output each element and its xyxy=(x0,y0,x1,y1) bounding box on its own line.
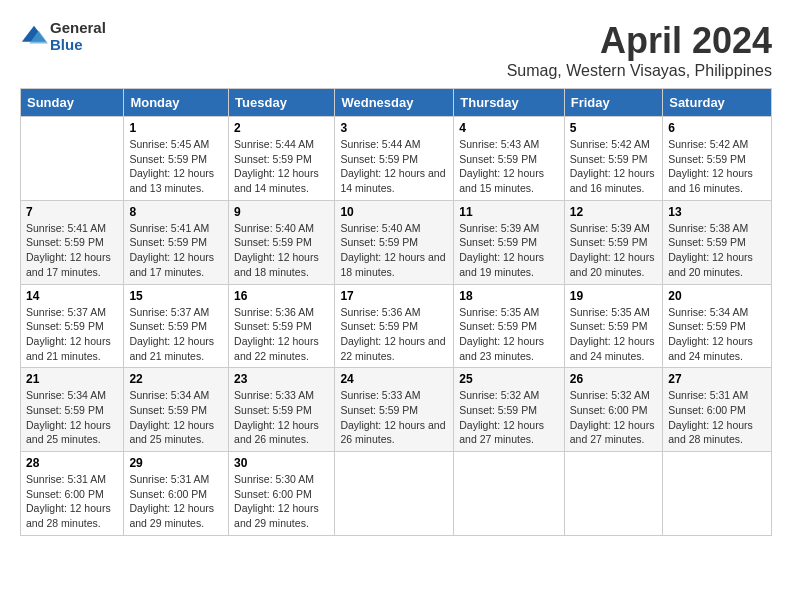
table-cell: 18Sunrise: 5:35 AMSunset: 5:59 PMDayligh… xyxy=(454,284,565,368)
table-cell xyxy=(454,452,565,536)
day-info: Sunrise: 5:31 AMSunset: 6:00 PMDaylight:… xyxy=(26,473,111,529)
col-saturday: Saturday xyxy=(663,89,772,117)
day-info: Sunrise: 5:32 AMSunset: 6:00 PMDaylight:… xyxy=(570,389,655,445)
day-number: 7 xyxy=(26,205,118,219)
day-info: Sunrise: 5:39 AMSunset: 5:59 PMDaylight:… xyxy=(570,222,655,278)
table-cell: 7Sunrise: 5:41 AMSunset: 5:59 PMDaylight… xyxy=(21,200,124,284)
table-cell: 25Sunrise: 5:32 AMSunset: 5:59 PMDayligh… xyxy=(454,368,565,452)
table-cell: 2Sunrise: 5:44 AMSunset: 5:59 PMDaylight… xyxy=(229,117,335,201)
day-number: 4 xyxy=(459,121,559,135)
day-number: 10 xyxy=(340,205,448,219)
table-cell: 29Sunrise: 5:31 AMSunset: 6:00 PMDayligh… xyxy=(124,452,229,536)
col-thursday: Thursday xyxy=(454,89,565,117)
day-number: 11 xyxy=(459,205,559,219)
table-cell: 24Sunrise: 5:33 AMSunset: 5:59 PMDayligh… xyxy=(335,368,454,452)
day-number: 12 xyxy=(570,205,657,219)
col-friday: Friday xyxy=(564,89,662,117)
day-number: 25 xyxy=(459,372,559,386)
day-info: Sunrise: 5:33 AMSunset: 5:59 PMDaylight:… xyxy=(234,389,319,445)
table-cell: 22Sunrise: 5:34 AMSunset: 5:59 PMDayligh… xyxy=(124,368,229,452)
day-number: 3 xyxy=(340,121,448,135)
table-cell xyxy=(663,452,772,536)
day-info: Sunrise: 5:45 AMSunset: 5:59 PMDaylight:… xyxy=(129,138,214,194)
day-number: 26 xyxy=(570,372,657,386)
week-row-5: 28Sunrise: 5:31 AMSunset: 6:00 PMDayligh… xyxy=(21,452,772,536)
day-info: Sunrise: 5:42 AMSunset: 5:59 PMDaylight:… xyxy=(570,138,655,194)
table-cell: 13Sunrise: 5:38 AMSunset: 5:59 PMDayligh… xyxy=(663,200,772,284)
calendar-table: Sunday Monday Tuesday Wednesday Thursday… xyxy=(20,88,772,536)
day-number: 16 xyxy=(234,289,329,303)
table-cell: 6Sunrise: 5:42 AMSunset: 5:59 PMDaylight… xyxy=(663,117,772,201)
day-info: Sunrise: 5:34 AMSunset: 5:59 PMDaylight:… xyxy=(26,389,111,445)
day-number: 9 xyxy=(234,205,329,219)
logo-general: General xyxy=(50,20,106,37)
day-info: Sunrise: 5:32 AMSunset: 5:59 PMDaylight:… xyxy=(459,389,544,445)
calendar-header-row: Sunday Monday Tuesday Wednesday Thursday… xyxy=(21,89,772,117)
table-cell: 17Sunrise: 5:36 AMSunset: 5:59 PMDayligh… xyxy=(335,284,454,368)
day-info: Sunrise: 5:40 AMSunset: 5:59 PMDaylight:… xyxy=(234,222,319,278)
title-area: April 2024 Sumag, Western Visayas, Phili… xyxy=(507,20,772,80)
table-cell: 14Sunrise: 5:37 AMSunset: 5:59 PMDayligh… xyxy=(21,284,124,368)
table-cell: 9Sunrise: 5:40 AMSunset: 5:59 PMDaylight… xyxy=(229,200,335,284)
table-cell: 16Sunrise: 5:36 AMSunset: 5:59 PMDayligh… xyxy=(229,284,335,368)
table-cell: 1Sunrise: 5:45 AMSunset: 5:59 PMDaylight… xyxy=(124,117,229,201)
day-number: 19 xyxy=(570,289,657,303)
table-cell: 19Sunrise: 5:35 AMSunset: 5:59 PMDayligh… xyxy=(564,284,662,368)
header: General Blue April 2024 Sumag, Western V… xyxy=(20,20,772,80)
day-number: 30 xyxy=(234,456,329,470)
day-info: Sunrise: 5:41 AMSunset: 5:59 PMDaylight:… xyxy=(129,222,214,278)
col-wednesday: Wednesday xyxy=(335,89,454,117)
week-row-1: 1Sunrise: 5:45 AMSunset: 5:59 PMDaylight… xyxy=(21,117,772,201)
day-info: Sunrise: 5:40 AMSunset: 5:59 PMDaylight:… xyxy=(340,222,445,278)
day-number: 17 xyxy=(340,289,448,303)
day-number: 27 xyxy=(668,372,766,386)
day-info: Sunrise: 5:43 AMSunset: 5:59 PMDaylight:… xyxy=(459,138,544,194)
week-row-3: 14Sunrise: 5:37 AMSunset: 5:59 PMDayligh… xyxy=(21,284,772,368)
day-info: Sunrise: 5:41 AMSunset: 5:59 PMDaylight:… xyxy=(26,222,111,278)
day-info: Sunrise: 5:35 AMSunset: 5:59 PMDaylight:… xyxy=(459,306,544,362)
day-info: Sunrise: 5:31 AMSunset: 6:00 PMDaylight:… xyxy=(668,389,753,445)
day-number: 6 xyxy=(668,121,766,135)
day-number: 8 xyxy=(129,205,223,219)
table-cell xyxy=(335,452,454,536)
day-info: Sunrise: 5:35 AMSunset: 5:59 PMDaylight:… xyxy=(570,306,655,362)
day-info: Sunrise: 5:37 AMSunset: 5:59 PMDaylight:… xyxy=(26,306,111,362)
table-cell: 15Sunrise: 5:37 AMSunset: 5:59 PMDayligh… xyxy=(124,284,229,368)
day-info: Sunrise: 5:44 AMSunset: 5:59 PMDaylight:… xyxy=(340,138,445,194)
table-cell xyxy=(564,452,662,536)
table-cell: 20Sunrise: 5:34 AMSunset: 5:59 PMDayligh… xyxy=(663,284,772,368)
day-number: 14 xyxy=(26,289,118,303)
day-number: 28 xyxy=(26,456,118,470)
day-number: 29 xyxy=(129,456,223,470)
day-number: 24 xyxy=(340,372,448,386)
day-info: Sunrise: 5:34 AMSunset: 5:59 PMDaylight:… xyxy=(129,389,214,445)
table-cell: 21Sunrise: 5:34 AMSunset: 5:59 PMDayligh… xyxy=(21,368,124,452)
day-number: 1 xyxy=(129,121,223,135)
day-info: Sunrise: 5:37 AMSunset: 5:59 PMDaylight:… xyxy=(129,306,214,362)
col-sunday: Sunday xyxy=(21,89,124,117)
table-cell: 12Sunrise: 5:39 AMSunset: 5:59 PMDayligh… xyxy=(564,200,662,284)
table-cell: 10Sunrise: 5:40 AMSunset: 5:59 PMDayligh… xyxy=(335,200,454,284)
logo: General Blue xyxy=(20,20,106,53)
day-number: 22 xyxy=(129,372,223,386)
table-cell: 28Sunrise: 5:31 AMSunset: 6:00 PMDayligh… xyxy=(21,452,124,536)
day-info: Sunrise: 5:39 AMSunset: 5:59 PMDaylight:… xyxy=(459,222,544,278)
table-cell: 5Sunrise: 5:42 AMSunset: 5:59 PMDaylight… xyxy=(564,117,662,201)
table-cell: 27Sunrise: 5:31 AMSunset: 6:00 PMDayligh… xyxy=(663,368,772,452)
day-number: 20 xyxy=(668,289,766,303)
day-number: 18 xyxy=(459,289,559,303)
day-number: 21 xyxy=(26,372,118,386)
day-number: 2 xyxy=(234,121,329,135)
logo-icon xyxy=(20,23,48,51)
day-number: 23 xyxy=(234,372,329,386)
day-info: Sunrise: 5:38 AMSunset: 5:59 PMDaylight:… xyxy=(668,222,753,278)
day-info: Sunrise: 5:30 AMSunset: 6:00 PMDaylight:… xyxy=(234,473,319,529)
table-cell xyxy=(21,117,124,201)
day-info: Sunrise: 5:34 AMSunset: 5:59 PMDaylight:… xyxy=(668,306,753,362)
table-cell: 23Sunrise: 5:33 AMSunset: 5:59 PMDayligh… xyxy=(229,368,335,452)
day-number: 15 xyxy=(129,289,223,303)
main-title: April 2024 xyxy=(507,20,772,62)
table-cell: 3Sunrise: 5:44 AMSunset: 5:59 PMDaylight… xyxy=(335,117,454,201)
subtitle: Sumag, Western Visayas, Philippines xyxy=(507,62,772,80)
logo-text: General Blue xyxy=(50,20,106,53)
